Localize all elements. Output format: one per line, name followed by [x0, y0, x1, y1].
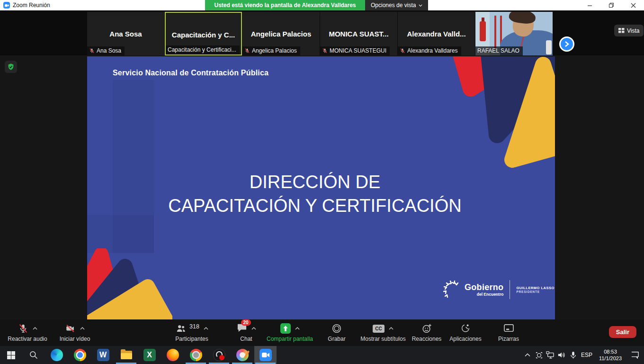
captions-button[interactable]: CC Mostrar subtítulos	[356, 322, 410, 342]
slide-title: DIRECCIÓN DE CAPACITACIÓN Y CERTIFICACIÓ…	[87, 170, 549, 218]
view-mode-button[interactable]: Vista	[614, 25, 644, 36]
tray-expand-button[interactable]	[522, 346, 533, 364]
windows-taskbar: W X	[0, 346, 644, 364]
unmute-button[interactable]: Reactivar audio	[4, 322, 51, 342]
slide-header: Servicio Nacional de Contratación Públic…	[113, 69, 268, 77]
chevron-down-icon	[419, 4, 422, 7]
participant-tile[interactable]: Angelica Palacios Angelica Palacios	[242, 12, 320, 55]
taskbar-chrome-app[interactable]	[185, 346, 207, 364]
start-video-button[interactable]: Iniciar vídeo	[53, 322, 97, 342]
chevron-up-icon	[525, 353, 530, 357]
participants-button[interactable]: 318 Participantes	[167, 322, 217, 342]
taskbar-file-explorer[interactable]	[115, 346, 137, 364]
leave-meeting-button[interactable]: Salir	[609, 326, 636, 338]
excel-icon: X	[143, 349, 156, 361]
shield-check-icon	[7, 63, 15, 71]
participant-name-label: Alexandra Valldares	[398, 46, 461, 55]
participant-tile[interactable]: Ana Sosa Ana Sosa	[87, 12, 164, 55]
action-center-button[interactable]	[626, 346, 644, 364]
file-explorer-icon	[120, 349, 133, 361]
word-icon: W	[97, 349, 109, 361]
participant-tile-active-speaker[interactable]: Capacitación y C... Capacitación y Certi…	[165, 12, 242, 55]
next-participants-button[interactable]	[559, 36, 574, 52]
chevron-up-icon[interactable]	[33, 327, 37, 330]
date: 11/1/2023	[595, 355, 626, 362]
mic-muted-icon	[18, 323, 28, 334]
taskbar-excel[interactable]: X	[138, 346, 161, 364]
search-icon	[29, 350, 38, 360]
screen-share-banner: Usted está viendo la pantalla de Alexand…	[205, 0, 365, 10]
language-indicator[interactable]: ESP	[579, 352, 595, 358]
chevron-up-icon[interactable]	[251, 327, 256, 330]
participants-count: 318	[189, 323, 199, 330]
chevron-up-icon[interactable]	[295, 327, 300, 330]
logo-divider	[510, 280, 510, 299]
participant-strip: Ana Sosa Ana Sosa Capacitación y C... Ca…	[0, 10, 644, 55]
zoom-meeting-window: Zoom Reunión Usted está viendo la pantal…	[0, 0, 644, 364]
decorative-shapes-bottom-left	[87, 248, 172, 319]
taskbar-chrome[interactable]	[69, 346, 91, 364]
mic-muted-icon	[89, 48, 95, 54]
network-icon	[546, 351, 555, 359]
restore-button[interactable]	[600, 0, 622, 10]
speaker-icon	[557, 351, 566, 359]
taskbar-search-button[interactable]	[22, 346, 45, 364]
whiteboard-icon	[503, 324, 514, 333]
participant-name-label: RAFAEL SALAO	[475, 46, 523, 55]
shared-screen-slide: Servicio Nacional de Contratación Públic…	[87, 56, 555, 319]
gobierno-logo: Gobierno del Encuentro GUILLERMO LASSO P…	[443, 280, 555, 299]
close-button[interactable]	[622, 0, 644, 10]
chrome-icon	[74, 349, 86, 361]
participant-tile-video[interactable]: RAFAEL SALAO	[475, 12, 553, 55]
firefox-icon	[167, 349, 179, 361]
minimize-button[interactable]	[579, 0, 600, 10]
reactions-icon	[421, 323, 432, 334]
tray-network-button[interactable]	[545, 346, 556, 364]
taskbar-word[interactable]: W	[92, 346, 114, 364]
whiteboards-button[interactable]: Pizarras	[491, 322, 527, 342]
reactions-button[interactable]: Reacciones	[409, 322, 444, 342]
time: 08:53	[595, 348, 626, 355]
fire-extinguisher	[480, 21, 486, 41]
share-screen-button[interactable]: Compartir pantalla	[259, 322, 320, 342]
participant-name-label: Ana Sosa	[87, 46, 125, 55]
start-button[interactable]	[0, 346, 22, 364]
edge-icon	[51, 349, 63, 361]
taskbar-obs[interactable]	[208, 346, 230, 364]
chevron-right-icon	[564, 41, 569, 47]
chat-button[interactable]: 20 Chat	[229, 322, 263, 342]
notification-icon	[631, 351, 639, 359]
security-shield-button[interactable]	[5, 61, 17, 73]
video-off-icon	[65, 323, 76, 334]
chevron-up-icon[interactable]	[389, 327, 394, 330]
apps-button[interactable]: Aplicaciones	[446, 322, 485, 342]
chevron-up-icon[interactable]	[204, 327, 208, 330]
apps-icon	[460, 323, 471, 334]
system-tray: ESP 08:53 11/1/2023	[522, 346, 644, 364]
participant-tile[interactable]: MONICA SUAST... MONICA SUASTEGUI	[320, 12, 397, 55]
taskbar-edge[interactable]	[45, 346, 68, 364]
clock[interactable]: 08:53 11/1/2023	[595, 348, 626, 362]
tray-volume-button[interactable]	[556, 346, 567, 364]
participant-name-label: Angelica Palacios	[242, 46, 300, 55]
view-options-button[interactable]: Opciones de vista	[365, 0, 428, 10]
taskbar-zoom-active[interactable]	[254, 346, 277, 364]
participant-name-label: MONICA SUASTEGUI	[320, 46, 390, 55]
participant-tile[interactable]: Alexandra Valld... Alexandra Valldares	[398, 12, 475, 55]
windows-logo-icon	[7, 351, 15, 359]
tray-microphone-button[interactable]	[567, 346, 579, 364]
zoom-app-icon	[3, 2, 10, 9]
zoom-icon	[259, 349, 272, 361]
obs-icon	[213, 349, 225, 361]
record-icon	[331, 323, 342, 334]
closed-captions-icon: CC	[373, 325, 385, 333]
paint-icon	[236, 349, 249, 361]
record-button[interactable]: Grabar	[321, 322, 352, 342]
grid-view-icon	[618, 28, 625, 33]
mic-muted-icon	[322, 48, 328, 54]
chevron-up-icon[interactable]	[80, 327, 85, 330]
taskbar-firefox[interactable]	[161, 346, 184, 364]
slide-shade-rect	[87, 215, 154, 253]
tray-camera-button[interactable]	[533, 346, 545, 364]
taskbar-paint[interactable]	[231, 346, 253, 364]
